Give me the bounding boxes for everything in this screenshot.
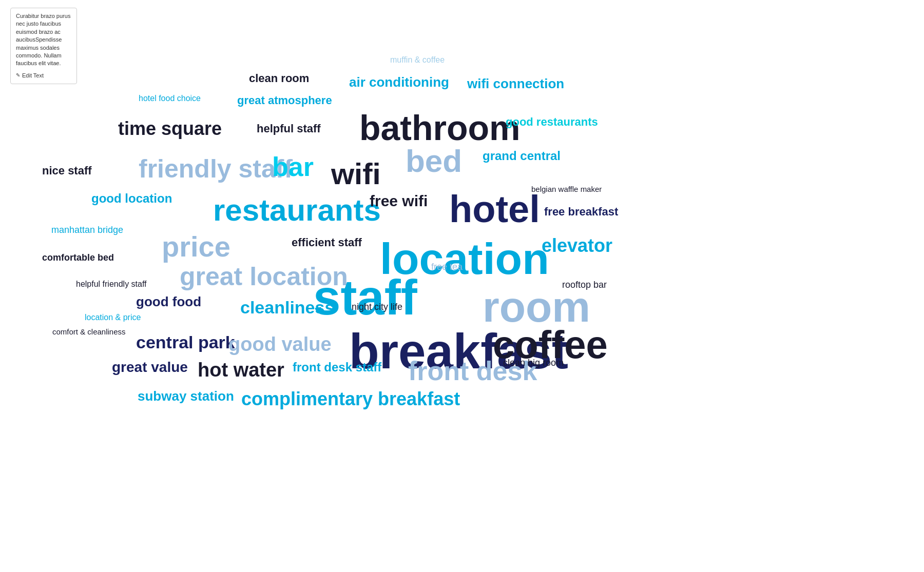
word-item[interactable]: comfortable bed [42,252,114,263]
word-item[interactable]: belgian waffle maker [531,185,602,193]
word-item[interactable]: elevator [542,235,612,257]
word-item[interactable]: efficient staff [292,236,362,249]
word-item[interactable]: front desk staff [293,360,381,374]
word-item[interactable]: complimentary breakfast [241,388,460,410]
word-item[interactable]: bathroom [359,108,521,148]
word-item[interactable]: friendly staff [139,154,293,184]
word-item[interactable]: cleanliness [240,298,334,318]
word-item[interactable]: manhattan bridge [51,225,123,235]
word-item[interactable]: great atmosphere [237,94,332,107]
word-item[interactable]: grand central [483,149,561,163]
word-item[interactable]: bed [406,143,462,179]
word-item[interactable]: location & price [85,313,141,322]
edit-label: Edit Text [22,72,44,80]
word-item[interactable]: comfort & cleanliness [52,327,126,336]
word-item[interactable]: hotel [449,187,540,231]
word-item[interactable]: muffin & coffee [390,55,445,65]
word-item[interactable]: hot water [198,359,284,381]
word-cloud: Curabitur brazo purus nec justo faucibus… [0,0,924,572]
word-item[interactable]: free wifi [370,192,428,210]
word-item[interactable]: rooftop bar [562,280,607,290]
word-item[interactable]: good value [228,333,332,356]
word-item[interactable]: central park [136,332,235,352]
word-item[interactable]: good location [91,191,172,206]
word-item[interactable]: helpful friendly staff [76,280,147,289]
word-item[interactable]: wifi [331,156,381,191]
word-item[interactable]: hotel food choice [139,94,201,103]
word-item[interactable]: restaurants [213,192,381,228]
edit-icon: ✎ [16,72,20,79]
word-item[interactable]: time square [118,118,222,140]
word-item[interactable]: subway station [138,388,234,404]
word-item[interactable]: price [162,230,230,263]
word-item[interactable]: great value [112,359,188,376]
word-item[interactable]: free breakfast [544,205,618,219]
word-item[interactable]: free tea [431,262,463,272]
word-item[interactable]: good food [136,294,201,310]
word-item[interactable]: night city life [352,302,402,312]
word-item[interactable]: air conditioning [349,74,449,90]
word-item[interactable]: clean big room [503,358,564,368]
edit-text-button[interactable]: ✎ Edit Text [16,72,71,80]
word-item[interactable]: wifi connection [467,76,564,92]
word-item[interactable]: nice staff [42,164,92,177]
tooltip-text: Curabitur brazo purus nec justo faucibus… [16,12,71,68]
word-item[interactable]: bar [272,151,314,182]
word-item[interactable]: good restaurants [506,115,598,129]
word-item[interactable]: clean room [249,72,309,85]
word-item[interactable]: helpful staff [257,122,321,135]
tooltip-box: Curabitur brazo purus nec justo faucibus… [10,8,77,84]
